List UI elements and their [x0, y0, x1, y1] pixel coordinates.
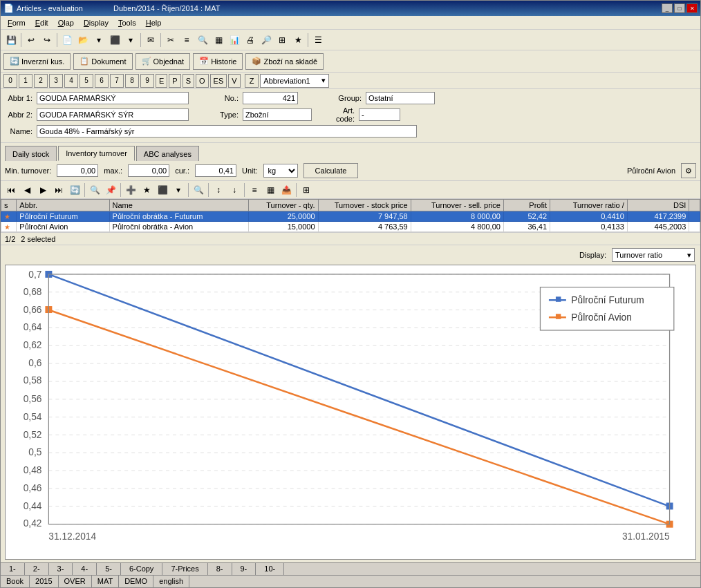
data-filter2-btn[interactable]: 🔍: [191, 182, 206, 198]
data-star-btn[interactable]: ★: [139, 182, 154, 198]
menu-help[interactable]: Help: [142, 18, 166, 28]
data-misc-btn[interactable]: ⊞: [299, 182, 314, 198]
data-next-btn[interactable]: ▶: [35, 182, 50, 198]
data-copy2-btn[interactable]: ⬛: [155, 182, 170, 198]
th-abbr[interactable]: Abbr.: [17, 200, 109, 211]
letter-tab-P[interactable]: P: [169, 74, 180, 88]
toolbar-email-btn[interactable]: ✉: [143, 32, 158, 48]
maximize-button[interactable]: □: [674, 3, 685, 13]
tab-daily-stock[interactable]: Daily stock: [5, 146, 57, 161]
letter-tab-S[interactable]: S: [183, 74, 194, 88]
data-last-btn[interactable]: ⏭: [51, 182, 66, 198]
num-tab-4[interactable]: 4: [64, 74, 78, 88]
toolbar-save-btn[interactable]: 💾: [3, 32, 19, 48]
bottom-tab-2[interactable]: 2-: [25, 563, 49, 575]
menu-form[interactable]: Form: [3, 18, 30, 28]
bottom-tab-6[interactable]: 6-Copy: [121, 563, 162, 575]
toolbar-redo-btn[interactable]: ↪: [39, 32, 55, 48]
table-row[interactable]: ★ Půlroční Avion Půlroční obrátka - Avio…: [1, 222, 700, 232]
toolbar-menu-btn[interactable]: ☰: [310, 32, 326, 48]
historie-button[interactable]: 📅 Historie: [193, 53, 243, 70]
data-first-btn[interactable]: ⏮: [3, 182, 19, 198]
toolbar-star-btn[interactable]: ★: [290, 32, 306, 48]
unit-select[interactable]: kg: [263, 164, 298, 178]
tab-inventory-turnover[interactable]: Inventory turnover: [58, 146, 135, 161]
menu-tools[interactable]: Tools: [114, 18, 140, 28]
toolbar-new-btn[interactable]: 📄: [59, 32, 75, 48]
th-turnover-qty[interactable]: Turnover - qty.: [248, 200, 318, 211]
toolbar-search-btn[interactable]: 🔎: [259, 32, 274, 48]
num-tab-9[interactable]: 9: [140, 74, 154, 88]
abbr1-input[interactable]: [37, 92, 189, 104]
bottom-tab-3[interactable]: 3-: [49, 563, 73, 575]
bottom-tab-10[interactable]: 10-: [256, 563, 284, 575]
toolbar-scissors-btn[interactable]: ✂: [163, 32, 178, 48]
toolbar-open-btn[interactable]: 📂: [75, 32, 91, 48]
toolbar-grid-btn[interactable]: ▦: [211, 32, 226, 48]
th-name[interactable]: Name: [109, 200, 248, 211]
tab-abc-analyses[interactable]: ABC analyses: [136, 146, 199, 161]
inverzni-button[interactable]: 🔄 Inverzní kus.: [3, 53, 71, 70]
name-input[interactable]: [37, 125, 417, 137]
num-tab-6[interactable]: 6: [95, 74, 109, 88]
bottom-tab-7[interactable]: 7-Prices: [162, 563, 207, 575]
num-tab-2[interactable]: 2: [34, 74, 48, 88]
data-list-btn[interactable]: ≡: [247, 182, 262, 198]
toolbar-copy-btn[interactable]: ⬛: [107, 32, 122, 48]
bottom-tab-5[interactable]: 5-: [97, 563, 121, 575]
toolbar-arrow-btn[interactable]: ▾: [91, 32, 106, 48]
abbr2-input[interactable]: [37, 108, 189, 121]
th-turnover-sell[interactable]: Turnover - sell. price: [411, 200, 503, 211]
z-tab[interactable]: Z: [245, 74, 259, 88]
num-tab-1[interactable]: 1: [19, 74, 32, 88]
objednat-button[interactable]: 🛒 Objednat: [135, 53, 191, 70]
data-down-btn[interactable]: ↓: [227, 182, 242, 198]
bottom-tab-8[interactable]: 8-: [208, 563, 232, 575]
toolbar-paste-btn[interactable]: ▾: [123, 32, 138, 48]
gear-button[interactable]: ⚙: [681, 163, 696, 178]
data-arrow2-btn[interactable]: ▾: [171, 182, 186, 198]
data-add-btn[interactable]: ➕: [123, 182, 138, 198]
calculate-button[interactable]: Calculate: [303, 163, 359, 178]
num-tab-3[interactable]: 3: [49, 74, 63, 88]
th-turnover-ratio[interactable]: Turnover ratio /: [550, 200, 628, 211]
group-input[interactable]: [366, 92, 435, 104]
toolbar-filter-btn[interactable]: 🔍: [195, 32, 210, 48]
th-turnover-stock[interactable]: Turnover - stock price: [318, 200, 411, 211]
art-code-input[interactable]: [359, 108, 400, 121]
no-input[interactable]: [243, 92, 298, 104]
dokument-button[interactable]: 📋 Dokument: [73, 53, 132, 70]
data-prev-btn[interactable]: ◀: [19, 182, 35, 198]
menu-edit[interactable]: Edit: [31, 18, 53, 28]
num-tab-5[interactable]: 5: [80, 74, 93, 88]
display-dropdown[interactable]: Turnover ratio ▾: [612, 248, 695, 262]
letter-tab-V[interactable]: V: [228, 74, 240, 88]
letter-tab-E[interactable]: E: [156, 74, 167, 88]
table-row[interactable]: ★ Půlroční Futurum Půlroční obrátka - Fu…: [1, 211, 700, 222]
bottom-tab-1[interactable]: 1-: [1, 563, 25, 575]
th-profit[interactable]: Profit: [503, 200, 550, 211]
toolbar-list-btn[interactable]: ≡: [179, 32, 194, 48]
letter-tab-ES[interactable]: ES: [210, 74, 227, 88]
th-dsi[interactable]: DSI: [627, 200, 689, 211]
data-search-btn[interactable]: 🔍: [87, 182, 102, 198]
minimize-button[interactable]: _: [662, 3, 673, 13]
data-refresh-btn[interactable]: 🔄: [67, 182, 82, 198]
cur-input[interactable]: [195, 164, 236, 177]
bottom-tab-4[interactable]: 4-: [73, 563, 97, 575]
num-tab-0[interactable]: 0: [3, 74, 17, 88]
num-tab-7[interactable]: 7: [110, 74, 124, 88]
data-sort-btn[interactable]: ↕: [211, 182, 226, 198]
close-button[interactable]: ✕: [686, 3, 698, 13]
bottom-tab-9[interactable]: 9-: [232, 563, 256, 575]
max-input[interactable]: [128, 164, 169, 177]
type-input[interactable]: [243, 108, 312, 121]
toolbar-misc-btn[interactable]: ⊞: [274, 32, 290, 48]
toolbar-undo-btn[interactable]: ↩: [24, 32, 39, 48]
abbr-dropdown[interactable]: Abbreviation1 ▾: [260, 74, 329, 88]
th-s[interactable]: s: [1, 200, 17, 211]
menu-display[interactable]: Display: [80, 18, 113, 28]
letter-tab-O[interactable]: O: [196, 74, 209, 88]
min-turnover-input[interactable]: [57, 164, 98, 177]
toolbar-chart-btn[interactable]: 📊: [227, 32, 242, 48]
